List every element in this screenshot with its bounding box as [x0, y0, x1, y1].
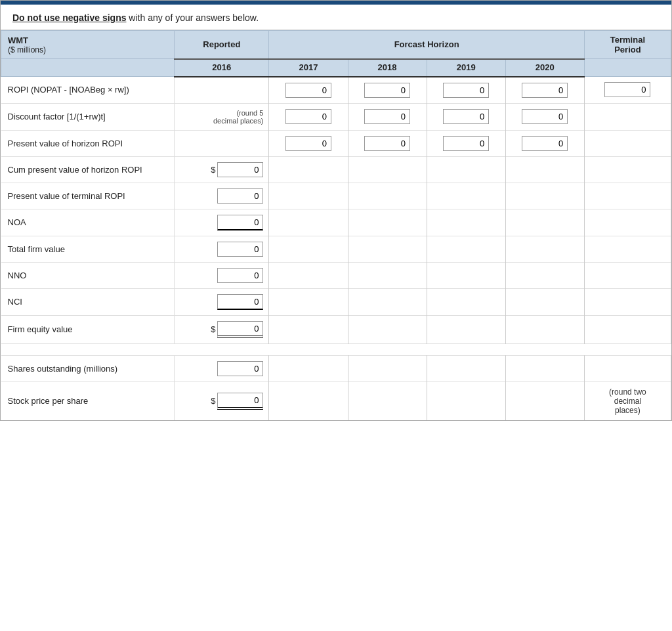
- forecast-nno-2018: [348, 262, 427, 288]
- forecast-firm_equity-2019: [427, 315, 505, 343]
- label-noa: NOA: [1, 209, 175, 236]
- table-row: Total firm value: [1, 236, 671, 262]
- forecast-pv_horizon-2019: [427, 130, 505, 156]
- instruction-text: Do not use negative signs with any of yo…: [1, 5, 671, 30]
- forecast-pv_terminal-2017: [269, 183, 348, 209]
- reported-header: Reported: [175, 31, 269, 59]
- year-2016-header: 2016: [175, 59, 269, 77]
- input-pv_horizon-2018[interactable]: [364, 136, 410, 151]
- forecast-discount-2018: [348, 103, 427, 130]
- label-cum_pv: Cum present value of horizon ROPI: [1, 156, 175, 183]
- reported-nno: [175, 262, 269, 288]
- forecast-pv_terminal-2019: [427, 183, 505, 209]
- input-cum_pv[interactable]: [217, 162, 263, 177]
- input-discount-2017[interactable]: [285, 109, 331, 124]
- input-pv_terminal[interactable]: [217, 188, 263, 204]
- input-stock_price[interactable]: [217, 393, 263, 410]
- forecast-total_firm-2017: [269, 236, 348, 262]
- reported-stock_price: $: [175, 381, 269, 420]
- year-2020-header: 2020: [505, 59, 584, 77]
- input-firm_equity[interactable]: [217, 321, 263, 338]
- terminal-discount: [584, 103, 671, 130]
- terminal-shares: [584, 355, 671, 381]
- input-ropi-2020[interactable]: [522, 83, 568, 98]
- forecast-shares-2019: [427, 355, 505, 381]
- forecast-cum_pv-2020: [505, 156, 584, 183]
- input-discount-2019[interactable]: [443, 109, 489, 124]
- forecast-discount-2017: [269, 103, 348, 130]
- forecast-noa-2020: [505, 209, 584, 236]
- forecast-ropi-2018: [348, 77, 427, 104]
- reported-pv_terminal: [175, 183, 269, 209]
- forecast-ropi-2017: [269, 77, 348, 104]
- terminal-noa: [584, 209, 671, 236]
- input-pv_horizon-2019[interactable]: [443, 136, 489, 151]
- forecast-stock_price-2017: [269, 381, 348, 420]
- input-terminal-ropi[interactable]: [604, 82, 650, 97]
- table-row: NOA: [1, 209, 671, 236]
- reported-pv_horizon: [175, 130, 269, 156]
- forecast-shares-2017: [269, 355, 348, 381]
- forecast-stock_price-2020: [505, 381, 584, 420]
- forecast-nno-2020: [505, 262, 584, 288]
- wmt-header: WMT ($ millions): [1, 31, 175, 59]
- forecast-ropi-2020: [505, 77, 584, 104]
- terminal-nci: [584, 288, 671, 315]
- year-2019-header: 2019: [427, 59, 505, 77]
- terminal-firm_equity: [584, 315, 671, 343]
- forecast-total_firm-2018: [348, 236, 427, 262]
- forecast-firm_equity-2017: [269, 315, 348, 343]
- label-subheader: [1, 59, 175, 77]
- forecast-pv_horizon-2017: [269, 130, 348, 156]
- year-2017-header: 2017: [269, 59, 348, 77]
- terminal-total_firm: [584, 236, 671, 262]
- forecast-nci-2018: [348, 288, 427, 315]
- label-pv_terminal: Present value of terminal ROPI: [1, 183, 175, 209]
- terminal-pv_terminal: [584, 183, 671, 209]
- input-pv_horizon-2020[interactable]: [522, 136, 568, 151]
- label-nci: NCI: [1, 288, 175, 315]
- table-row: Present value of terminal ROPI: [1, 183, 671, 209]
- forecast-total_firm-2019: [427, 236, 505, 262]
- input-ropi-2017[interactable]: [285, 83, 331, 98]
- reported-firm_equity: $: [175, 315, 269, 343]
- input-pv_horizon-2017[interactable]: [285, 136, 331, 151]
- forecast-firm_equity-2020: [505, 315, 584, 343]
- terminal-cum_pv: [584, 156, 671, 183]
- forecast-ropi-2019: [427, 77, 505, 104]
- forecast-stock_price-2019: [427, 381, 505, 420]
- reported-total_firm: [175, 236, 269, 262]
- forecast-total_firm-2020: [505, 236, 584, 262]
- input-total_firm[interactable]: [217, 242, 263, 257]
- reported-cum_pv: $: [175, 156, 269, 183]
- forecast-discount-2020: [505, 103, 584, 130]
- forecast-stock_price-2018: [348, 381, 427, 420]
- label-firm_equity: Firm equity value: [1, 315, 175, 343]
- input-shares[interactable]: [217, 361, 263, 376]
- forecast-pv_horizon-2018: [348, 130, 427, 156]
- input-noa[interactable]: [217, 215, 263, 230]
- table-row: Firm equity value$: [1, 315, 671, 343]
- label-total_firm: Total firm value: [1, 236, 175, 262]
- input-nci[interactable]: [217, 294, 263, 310]
- table-row: Shares outstanding (millions): [1, 355, 671, 381]
- input-ropi-2019[interactable]: [443, 83, 489, 98]
- input-discount-2020[interactable]: [522, 109, 568, 124]
- table-row: Cum present value of horizon ROPI$: [1, 156, 671, 183]
- forecast-discount-2019: [427, 103, 505, 130]
- label-discount: Discount factor [1/(1+rw)t]: [1, 103, 175, 130]
- label-ropi: ROPI (NOPAT - [NOABeg × rw]): [1, 77, 175, 104]
- input-nno[interactable]: [217, 268, 263, 283]
- input-discount-2018[interactable]: [364, 109, 410, 124]
- reported-nci: [175, 288, 269, 315]
- forecast-nci-2019: [427, 288, 505, 315]
- dollar-sign-cum_pv: $: [211, 165, 215, 175]
- reported-discount: (round 5 decimal places): [175, 103, 269, 130]
- forecast-nno-2017: [269, 262, 348, 288]
- reported-shares: [175, 355, 269, 381]
- forecast-pv_horizon-2020: [505, 130, 584, 156]
- input-ropi-2018[interactable]: [364, 83, 410, 98]
- table-row: Present value of horizon ROPI: [1, 130, 671, 156]
- dollar-sign-stock_price: $: [211, 396, 215, 406]
- label-shares: Shares outstanding (millions): [1, 355, 175, 381]
